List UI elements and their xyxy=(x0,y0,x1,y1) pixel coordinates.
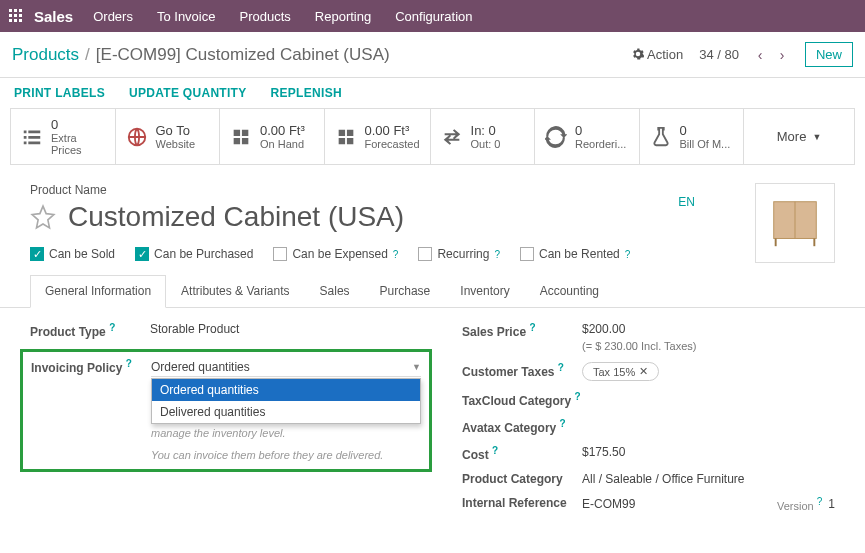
version-label: Version ? xyxy=(777,496,822,512)
incl-taxes: (= $ 230.00 Incl. Taxes) xyxy=(582,340,835,352)
cost-label: Cost ? xyxy=(462,445,582,462)
option-ordered-quantities[interactable]: Ordered quantities xyxy=(152,379,420,401)
svg-rect-4 xyxy=(14,14,17,17)
inventory-hint: manage the inventory level. xyxy=(151,427,421,439)
gear-icon xyxy=(632,48,644,60)
apps-icon[interactable] xyxy=(8,8,24,24)
taxcloud-label: TaxCloud Category ? xyxy=(462,391,582,408)
breadcrumb-parent[interactable]: Products xyxy=(12,45,79,65)
update-quantity-button[interactable]: UPDATE QUANTITY xyxy=(129,86,247,100)
svg-rect-6 xyxy=(9,19,12,22)
product-flags: ✓Can be Sold ✓Can be Purchased Can be Ex… xyxy=(30,247,835,261)
internal-ref-value[interactable]: E-COM99 xyxy=(582,497,635,511)
list-icon xyxy=(21,126,43,148)
invoicing-policy-label: Invoicing Policy ? xyxy=(31,358,151,461)
sales-price-label: Sales Price ? xyxy=(462,322,582,352)
product-category-label: Product Category xyxy=(462,472,582,486)
new-button[interactable]: New xyxy=(805,42,853,67)
pager-prev[interactable]: ‹ xyxy=(749,44,771,66)
close-icon[interactable]: ✕ xyxy=(639,365,648,378)
customer-taxes-label: Customer Taxes ? xyxy=(462,362,582,381)
svg-rect-1 xyxy=(14,9,17,12)
tab-accounting[interactable]: Accounting xyxy=(525,275,614,307)
flask-icon xyxy=(650,126,672,148)
stat-bom[interactable]: 0Bill Of M... xyxy=(640,109,745,164)
boxes-icon xyxy=(230,126,252,148)
tab-purchase[interactable]: Purchase xyxy=(365,275,446,307)
check-can-be-purchased[interactable]: ✓Can be Purchased xyxy=(135,247,253,261)
chevron-down-icon: ▼ xyxy=(412,362,421,372)
stat-in-out[interactable]: In: 0Out: 0 xyxy=(431,109,536,164)
product-type-value[interactable]: Storable Product xyxy=(150,322,422,339)
lang-badge[interactable]: EN xyxy=(678,195,695,209)
product-image[interactable] xyxy=(755,183,835,263)
stat-reorder[interactable]: 0Reorderi... xyxy=(535,109,640,164)
invoicing-policy-dropdown: Ordered quantities Delivered quantities xyxy=(151,378,421,424)
cost-value[interactable]: $175.50 xyxy=(582,445,835,462)
nav-orders[interactable]: Orders xyxy=(93,9,133,24)
nav-products[interactable]: Products xyxy=(239,9,290,24)
stat-forecasted[interactable]: 0.00 Ft³Forecasted xyxy=(325,109,431,164)
transfer-icon xyxy=(441,126,463,148)
check-can-be-sold[interactable]: ✓Can be Sold xyxy=(30,247,115,261)
refresh-icon xyxy=(545,126,567,148)
globe-icon xyxy=(126,126,148,148)
taxcloud-value[interactable] xyxy=(582,391,835,408)
stat-on-hand[interactable]: 0.00 Ft³On Hand xyxy=(220,109,325,164)
version-value[interactable]: 1 xyxy=(828,497,835,511)
svg-rect-3 xyxy=(9,14,12,17)
stat-more[interactable]: More▼ xyxy=(744,109,854,164)
check-recurring[interactable]: Recurring? xyxy=(418,247,500,261)
pager-count: 34 / 80 xyxy=(699,47,739,62)
form-tabs: General Information Attributes & Variant… xyxy=(0,275,865,308)
sales-price-value[interactable]: $200.00 xyxy=(582,322,835,336)
app-title: Sales xyxy=(34,8,73,25)
svg-rect-8 xyxy=(19,19,22,22)
boxes-icon xyxy=(335,126,357,148)
breadcrumb-current: [E-COM99] Customized Cabinet (USA) xyxy=(96,45,390,65)
invoicing-policy-select[interactable]: Ordered quantities▼ xyxy=(151,358,421,377)
pager-next[interactable]: › xyxy=(771,44,793,66)
tab-inventory[interactable]: Inventory xyxy=(445,275,524,307)
tab-attributes-variants[interactable]: Attributes & Variants xyxy=(166,275,305,307)
option-delivered-quantities[interactable]: Delivered quantities xyxy=(152,401,420,423)
svg-rect-0 xyxy=(9,9,12,12)
svg-rect-7 xyxy=(14,19,17,22)
product-category-value[interactable]: All / Saleable / Office Furniture xyxy=(582,472,835,486)
tax-tag[interactable]: Tax 15% ✕ xyxy=(582,362,659,381)
invoice-hint: You can invoice them before they are del… xyxy=(151,449,421,461)
tab-sales[interactable]: Sales xyxy=(305,275,365,307)
product-name[interactable]: Customized Cabinet (USA) xyxy=(68,201,404,233)
favorite-star-icon[interactable] xyxy=(30,204,56,230)
avatax-label: Avatax Category ? xyxy=(462,418,582,435)
replenish-button[interactable]: REPLENISH xyxy=(271,86,342,100)
stat-extra-prices[interactable]: 0Extra Prices xyxy=(11,109,116,164)
product-type-label: Product Type ? xyxy=(30,322,150,339)
action-menu[interactable]: Action xyxy=(632,47,683,62)
breadcrumb-separator: / xyxy=(85,45,90,65)
svg-rect-5 xyxy=(19,14,22,17)
print-labels-button[interactable]: PRINT LABELS xyxy=(14,86,105,100)
check-can-be-rented[interactable]: Can be Rented? xyxy=(520,247,630,261)
cabinet-illustration xyxy=(766,194,824,252)
stat-buttons: 0Extra Prices Go ToWebsite 0.00 Ft³On Ha… xyxy=(10,108,855,165)
product-name-label: Product Name xyxy=(30,183,835,197)
internal-ref-label: Internal Reference xyxy=(462,496,582,512)
tab-general-information[interactable]: General Information xyxy=(30,275,166,308)
avatax-value[interactable] xyxy=(582,418,835,435)
nav-to-invoice[interactable]: To Invoice xyxy=(157,9,216,24)
nav-configuration[interactable]: Configuration xyxy=(395,9,472,24)
svg-rect-2 xyxy=(19,9,22,12)
nav-reporting[interactable]: Reporting xyxy=(315,9,371,24)
check-can-be-expensed[interactable]: Can be Expensed? xyxy=(273,247,398,261)
invoicing-policy-highlight: Invoicing Policy ? Ordered quantities▼ O… xyxy=(20,349,432,472)
stat-website[interactable]: Go ToWebsite xyxy=(116,109,221,164)
